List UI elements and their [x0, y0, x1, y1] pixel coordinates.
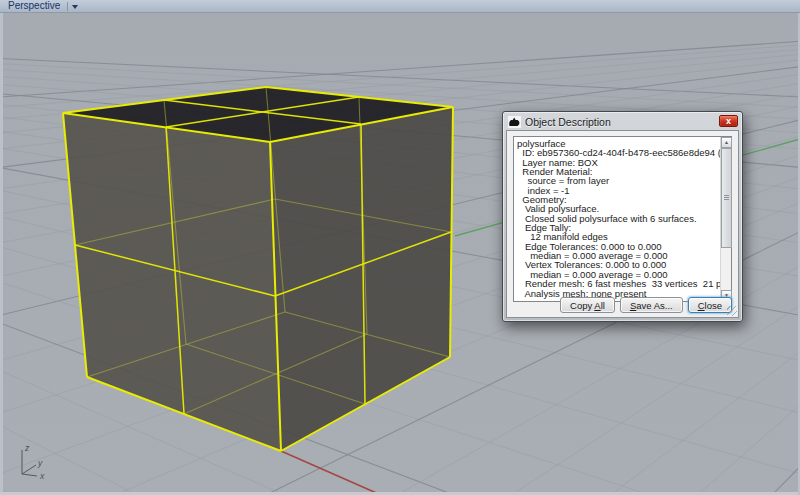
rhino-icon	[508, 116, 521, 128]
viewport-border-left	[0, 13, 3, 495]
save-as-button[interactable]: Save As...	[620, 297, 683, 313]
axis-label-z: z	[24, 443, 30, 453]
object-description-dialog: Object Description x polysurface ID: eb9…	[502, 111, 743, 322]
scrollbar-thumb[interactable]	[721, 148, 732, 248]
dialog-button-row: Copy All Save As... Close	[560, 297, 732, 313]
dialog-titlebar[interactable]: Object Description x	[504, 113, 741, 130]
viewport-title[interactable]: Perspective	[0, 1, 60, 11]
button-label: Copy	[570, 300, 594, 311]
scroll-up-icon[interactable]: ▲	[721, 137, 732, 148]
viewport-title-separator	[67, 2, 68, 11]
scrollbar-grip-icon	[724, 195, 729, 196]
chevron-down-icon[interactable]	[72, 5, 78, 9]
button-label: lose	[705, 300, 722, 311]
close-icon[interactable]: x	[719, 115, 738, 127]
copy-all-button[interactable]: Copy All	[560, 297, 615, 313]
resize-grip[interactable]	[727, 306, 737, 316]
dialog-scrollbar[interactable]: ▲ ▼	[720, 137, 731, 301]
selected-box-object[interactable]	[63, 87, 453, 451]
cplane-axis-indicator: zyx	[22, 443, 45, 481]
close-button[interactable]: Close	[688, 297, 732, 313]
viewport-titlebar[interactable]: Perspective	[0, 0, 800, 13]
x-axis-line	[281, 451, 381, 495]
dialog-body: polysurface ID: eb957360-cd24-404f-b478-…	[506, 130, 739, 318]
axis-label-y: y	[37, 458, 43, 468]
dialog-title: Object Description	[525, 116, 611, 128]
object-description-text[interactable]: polysurface ID: eb957360-cd24-404f-b478-…	[513, 136, 732, 302]
axis-label-x: x	[39, 471, 45, 481]
button-label: ll	[601, 300, 605, 311]
button-label: ave As...	[636, 300, 672, 311]
rhino-viewport-window: zyx Perspective Object Description x pol…	[0, 0, 800, 495]
button-label: C	[698, 300, 705, 311]
